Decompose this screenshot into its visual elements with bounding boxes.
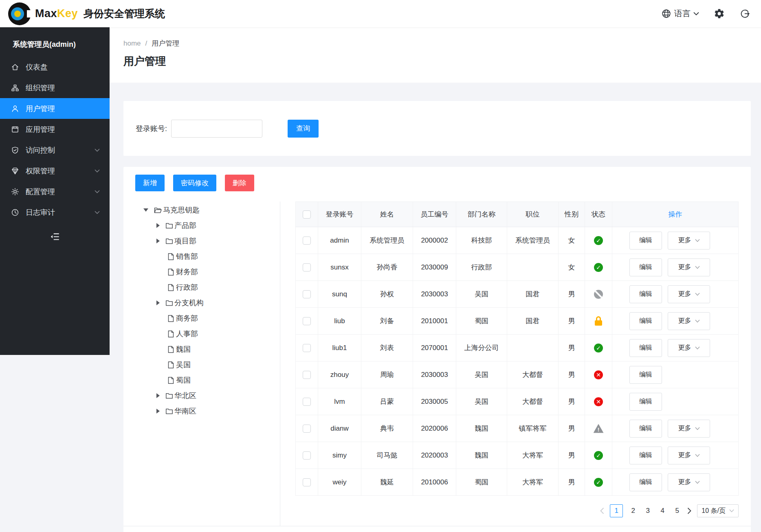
row-checkbox[interactable] — [303, 263, 311, 271]
caret-down-icon[interactable] — [143, 208, 148, 212]
more-button[interactable]: 更多 — [668, 447, 710, 464]
edit-button[interactable]: 编辑 — [629, 393, 662, 411]
edit-button[interactable]: 编辑 — [629, 312, 662, 330]
login-account-input[interactable] — [171, 120, 262, 138]
sidebar-item-users[interactable]: 用户管理 — [0, 98, 110, 119]
status-cell: ✕ — [585, 388, 612, 415]
row-actions: 编辑更多 — [629, 232, 738, 250]
page-number-5[interactable]: 5 — [673, 507, 682, 515]
page-number-3[interactable]: 3 — [643, 507, 652, 515]
edit-button[interactable]: 编辑 — [629, 366, 662, 384]
row-checkbox[interactable] — [303, 236, 311, 245]
row-checkbox[interactable] — [303, 371, 311, 379]
users-table: 登录账号姓名员工编号部门名称职位性别状态操作 admin系统管理员2000002… — [295, 201, 739, 496]
tree-node-label: 魏国 — [176, 344, 191, 354]
row-checkbox[interactable] — [303, 344, 311, 352]
tree-node[interactable]: 马克思钥匙 — [123, 202, 280, 218]
row-checkbox[interactable] — [303, 317, 311, 325]
position-cell — [507, 335, 559, 361]
page-number-4[interactable]: 4 — [658, 507, 667, 515]
edit-button[interactable]: 编辑 — [629, 447, 662, 464]
tree-node[interactable]: 行政部 — [123, 280, 280, 295]
sidebar-item-access[interactable]: 访问控制 — [0, 140, 110, 160]
tree-node[interactable]: 产品部 — [123, 218, 280, 233]
edit-button[interactable]: 编辑 — [629, 258, 662, 276]
row-checkbox[interactable] — [303, 398, 311, 406]
tree-node[interactable]: 华南区 — [123, 403, 280, 419]
more-button[interactable]: 更多 — [668, 339, 710, 357]
tree-node[interactable]: 人事部 — [123, 326, 280, 342]
tree-node[interactable]: 魏国 — [123, 342, 280, 357]
edit-button[interactable]: 编辑 — [629, 285, 662, 303]
tree-node[interactable]: 项目部 — [123, 233, 280, 249]
folder-icon — [165, 407, 174, 416]
row-actions: 编辑更多 — [629, 473, 738, 491]
menu-fold-icon[interactable] — [50, 232, 60, 242]
edit-button[interactable]: 编辑 — [629, 339, 662, 357]
table-row: liub刘备2010001蜀国国君男编辑更多 — [296, 308, 739, 335]
more-button[interactable]: 更多 — [668, 420, 710, 438]
more-button[interactable]: 更多 — [668, 285, 710, 303]
page-size-select[interactable]: 10 条/页 — [697, 504, 739, 517]
query-button[interactable]: 查询 — [288, 120, 319, 138]
select-all-checkbox[interactable] — [303, 210, 311, 219]
table-row: simy司马懿2020003魏国大将军男✓编辑更多 — [296, 442, 739, 469]
sidebar-item-audit[interactable]: 日志审计 — [0, 202, 110, 223]
employee-no-cell: 2030009 — [413, 254, 456, 281]
pagination: 1234510 条/页 — [295, 496, 751, 526]
sidebar-item-org[interactable]: 组织管理 — [0, 77, 110, 98]
sidebar-item-config[interactable]: 配置管理 — [0, 181, 110, 202]
caret-right-icon[interactable] — [156, 393, 160, 398]
prev-page-icon[interactable] — [600, 508, 604, 514]
gear-icon — [11, 188, 19, 196]
breadcrumb-home[interactable]: home — [123, 39, 141, 48]
tree-node[interactable]: 华北区 — [123, 388, 280, 403]
brand-name: MaxKey — [35, 7, 78, 20]
next-page-icon[interactable] — [687, 508, 691, 514]
delete-button[interactable]: 删除 — [225, 175, 254, 191]
status-cell: ✕ — [585, 361, 612, 388]
row-checkbox[interactable] — [303, 290, 311, 298]
clock-icon — [11, 208, 19, 217]
sidebar-item-perm[interactable]: 权限管理 — [0, 160, 110, 181]
more-button[interactable]: 更多 — [668, 258, 710, 276]
employee-no-cell: 2020003 — [413, 442, 456, 469]
more-button[interactable]: 更多 — [668, 232, 710, 250]
file-icon — [167, 376, 175, 385]
page-number-2[interactable]: 2 — [629, 507, 638, 515]
caret-right-icon[interactable] — [156, 223, 160, 228]
tree-node[interactable]: 销售部 — [123, 249, 280, 264]
row-checkbox[interactable] — [303, 425, 311, 433]
tree-node[interactable]: 分支机构 — [123, 295, 280, 311]
tree-node[interactable]: 财务部 — [123, 264, 280, 280]
logout-icon[interactable] — [739, 8, 750, 19]
row-checkbox[interactable] — [303, 451, 311, 460]
more-button[interactable]: 更多 — [668, 473, 710, 491]
tree-node[interactable]: 商务部 — [123, 311, 280, 326]
edit-button[interactable]: 编辑 — [629, 473, 662, 491]
change-password-button[interactable]: 密码修改 — [173, 175, 216, 191]
sidebar-item-apps[interactable]: 应用管理 — [0, 119, 110, 140]
file-icon — [167, 252, 175, 261]
content: 登录账号: 查询 新增 密码修改 删除 马克思钥匙产品部项目部销售部财务部行政部… — [110, 83, 761, 532]
brand-max: Max — [35, 7, 57, 20]
folder-icon — [165, 299, 174, 307]
add-button[interactable]: 新增 — [135, 175, 165, 191]
chevron-down-icon — [695, 427, 700, 430]
caret-right-icon[interactable] — [156, 300, 160, 305]
edit-button[interactable]: 编辑 — [629, 420, 662, 438]
tree-node[interactable]: 吴国 — [123, 357, 280, 372]
language-switcher[interactable]: 语言 — [661, 8, 699, 19]
tree-node[interactable]: 蜀国 — [123, 372, 280, 388]
caret-right-icon[interactable] — [156, 239, 160, 243]
more-button[interactable]: 更多 — [668, 312, 710, 330]
users-card: 新增 密码修改 删除 马克思钥匙产品部项目部销售部财务部行政部分支机构商务部人事… — [123, 167, 751, 532]
tree-node-label: 项目部 — [174, 236, 196, 246]
sidebar-item-dashboard[interactable]: 仪表盘 — [0, 57, 110, 77]
edit-button[interactable]: 编辑 — [629, 232, 662, 250]
caret-right-icon[interactable] — [156, 409, 160, 414]
settings-gear-icon[interactable] — [714, 8, 725, 19]
page-number-1[interactable]: 1 — [610, 504, 623, 517]
row-checkbox[interactable] — [303, 478, 311, 486]
actions-cell: 编辑 — [612, 361, 739, 388]
